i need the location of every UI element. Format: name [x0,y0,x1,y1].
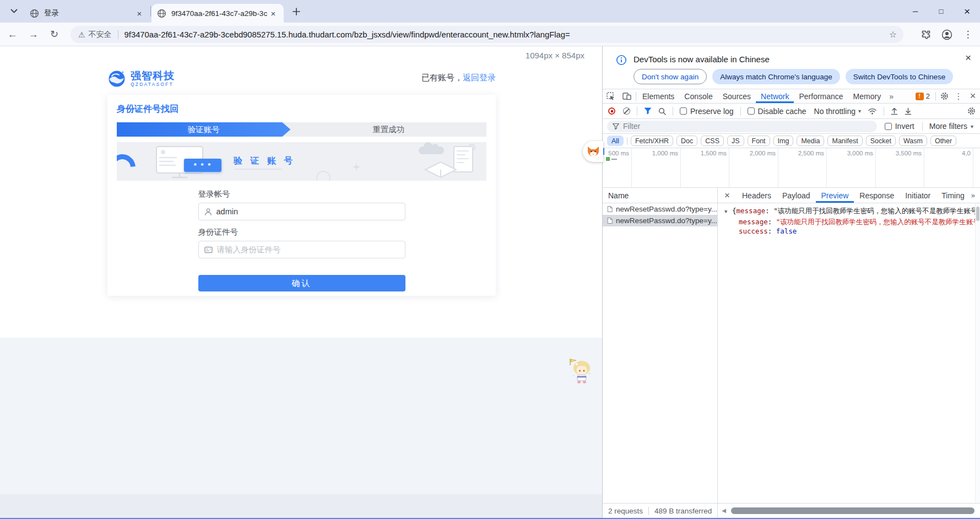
url-text[interactable]: 9f3470aa-2f61-43c7-a29b-3cebd9085275.15.… [124,30,884,39]
network-settings-icon[interactable] [967,107,980,115]
extensions-puzzle-icon[interactable] [917,26,935,44]
confirm-button[interactable]: 确认 [198,275,405,291]
tab-console[interactable]: Console [679,89,717,103]
export-har-icon[interactable] [905,107,912,115]
chip-other[interactable]: Other [930,136,956,146]
preserve-log-toggle[interactable]: Preserve log [680,107,734,116]
id-input[interactable] [217,245,399,254]
inspect-element-icon[interactable] [603,89,619,103]
request-row[interactable]: newResetPasswd.do?type=y... [603,203,717,215]
search-icon[interactable] [658,107,666,115]
horizontal-scrollbar[interactable]: ◀ [717,504,980,518]
devtools-panel: DevTools is now available in Chinese × D… [602,46,980,518]
request-row-selected[interactable]: newResetPasswd.do?type=y... [603,215,717,226]
devtools-settings-icon[interactable] [937,92,951,100]
transferred-size: 489 B transferred [654,507,712,515]
tab-timing[interactable]: Timing [936,188,970,203]
tab-payload[interactable]: Payload [777,188,816,203]
more-tabs-icon[interactable]: » [886,89,897,103]
infobar-close-icon[interactable]: × [965,52,971,64]
chip-js[interactable]: JS [727,136,744,146]
more-preview-tabs-icon[interactable]: » [971,188,975,203]
chip-doc[interactable]: Doc [676,136,697,146]
tab-close-icon[interactable]: × [134,8,144,18]
close-detail-icon[interactable]: × [718,188,737,203]
json-boolean-value: false [776,227,797,235]
json-success-row[interactable]: success: false [724,226,974,236]
match-language-button[interactable]: Always match Chrome's language [712,69,840,84]
viewport-size-tooltip: 1094px × 854px [526,51,584,60]
more-filters-button[interactable]: More filters ▾ [929,122,973,131]
tab-current[interactable]: 9f3470aa-2f61-43c7-a29b-3c × [151,4,284,23]
back-to-login-link[interactable]: 返回登录 [463,73,496,82]
preview-vertical-scrollbar[interactable] [975,203,980,504]
chip-all[interactable]: All [607,136,624,146]
chip-font[interactable]: Font [748,136,770,146]
json-message-row[interactable]: message: "该功能只用于找回教师学生密码，您输入的账号不是教师学生账号" [724,217,974,227]
record-icon[interactable] [608,107,615,115]
tab-search-button[interactable] [6,3,22,20]
extension-fox-tab[interactable] [583,141,603,162]
filter-funnel-icon[interactable] [644,107,652,115]
minimize-button[interactable]: ─ [902,0,928,23]
tab-response[interactable]: Response [854,188,900,203]
switch-to-chinese-button[interactable]: Switch DevTools to Chinese [846,69,953,84]
json-summary-row[interactable]: ▼{message: "该功能只用于找回教师学生密码，您输入的账号不是教师学生账… [724,206,974,217]
disable-cache-toggle[interactable]: Disable cache [748,107,806,116]
banner-illustration: * * * 验 证 账 号 [117,142,486,181]
forward-button[interactable]: → [25,26,42,43]
tab-headers[interactable]: Headers [737,188,777,203]
tab-network[interactable]: Network [756,89,794,103]
banner-title: 验 证 账 号 [234,155,295,167]
devtools-menu-icon[interactable]: ⋮ [951,91,966,101]
tab-login[interactable]: 登录 × [24,4,150,23]
chip-css[interactable]: CSS [701,136,724,146]
scrollbar-thumb[interactable] [976,207,979,221]
back-button[interactable]: ← [4,26,21,43]
window-close-button[interactable]: × [954,0,980,23]
name-column-header[interactable]: Name [603,188,717,203]
chip-socket[interactable]: Socket [866,136,896,146]
devtools-close-icon[interactable]: × [966,90,980,102]
chibi-mascot[interactable] [565,357,595,387]
profile-avatar-icon[interactable] [938,26,956,44]
throttling-select[interactable]: No throttling ▾ [814,107,862,116]
account-input[interactable] [216,207,399,216]
tab-initiator[interactable]: Initiator [900,188,936,203]
divider [636,92,636,101]
chip-img[interactable]: Img [773,136,794,146]
tab-sources[interactable]: Sources [718,89,756,103]
banner-underline [235,169,282,170]
expand-arrow-icon[interactable]: ▼ [724,207,732,217]
issues-counter[interactable]: ! 2 [911,92,934,100]
issues-count: 2 [926,92,930,100]
dont-show-again-button[interactable]: Don't show again [634,69,707,84]
address-bar[interactable]: ⚠ 不安全 9f3470aa-2f61-43c7-a29b-3cebd90852… [71,26,903,43]
reload-button[interactable]: ↻ [46,26,63,43]
tab-elements[interactable]: Elements [637,89,679,103]
chip-fetch-xhr[interactable]: Fetch/XHR [631,136,673,146]
device-toolbar-icon[interactable] [619,89,635,103]
chip-manifest[interactable]: Manifest [827,136,862,146]
chip-media[interactable]: Media [797,136,824,146]
clear-icon[interactable] [623,107,630,115]
tab-preview[interactable]: Preview [816,188,854,203]
invert-toggle[interactable]: Invert [885,122,914,131]
issue-icon: ! [916,93,924,100]
scrollbar-thumb[interactable] [731,507,974,514]
scroll-left-icon[interactable]: ◀ [722,507,726,513]
import-har-icon[interactable] [891,107,898,115]
browser-menu-icon[interactable]: ⋮ [959,26,977,44]
chip-wasm[interactable]: Wasm [899,136,927,146]
tab-close-icon[interactable]: × [268,8,278,18]
new-tab-button[interactable] [288,3,304,19]
timeline-tick: 1,000 ms [632,148,681,187]
network-overview-timeline[interactable]: 500 ms 1,000 ms 1,500 ms 2,000 ms 2,500 … [603,148,980,188]
filter-input[interactable]: Filter [607,121,877,132]
maximize-button[interactable]: □ [928,0,954,23]
bookmark-star-icon[interactable]: ☆ [889,29,897,40]
tab-memory[interactable]: Memory [848,89,886,103]
network-conditions-icon[interactable] [868,107,877,115]
security-chip[interactable]: ⚠ 不安全 [78,30,112,40]
tab-performance[interactable]: Performance [794,89,848,103]
